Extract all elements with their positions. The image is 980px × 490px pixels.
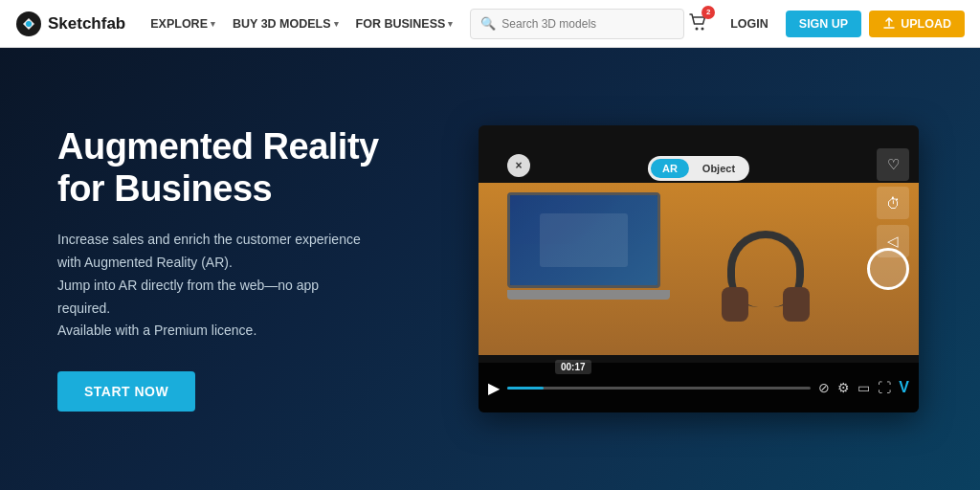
close-button[interactable]: ×	[507, 154, 530, 177]
hero-description: Increase sales and enrich the customer e…	[57, 229, 383, 343]
timestamp: 00:17	[555, 360, 591, 374]
svg-point-2	[696, 27, 699, 30]
login-button[interactable]: LOGIN	[721, 11, 778, 36]
picture-in-picture-icon[interactable]: ▭	[858, 380, 870, 395]
search-bar[interactable]: 🔍	[470, 9, 684, 39]
play-button[interactable]: ▶	[488, 379, 500, 397]
nav-for-business[interactable]: FOR BUSINESS ▾	[348, 11, 461, 36]
cart-button[interactable]: 2	[684, 8, 713, 40]
chevron-down-icon: ▾	[448, 19, 453, 29]
chevron-down-icon: ▾	[334, 19, 339, 29]
upload-button[interactable]: UPLOAD	[869, 11, 965, 37]
nav-links: EXPLORE ▾ BUY 3D MODELS ▾ FOR BUSINESS ▾	[143, 11, 460, 36]
nav-explore[interactable]: EXPLORE ▾	[143, 11, 223, 36]
svg-point-1	[26, 21, 32, 27]
nav-buy-models[interactable]: BUY 3D MODELS ▾	[225, 11, 346, 36]
ar-object-toggle: AR Object	[648, 156, 749, 181]
vimeo-icon[interactable]: V	[899, 379, 909, 396]
settings-icon[interactable]: ⚙	[837, 380, 850, 395]
sketchfab-logo-icon	[15, 11, 42, 37]
control-icons: ⊘ ⚙ ▭ ⛶ V	[818, 379, 909, 396]
object-tab[interactable]: Object	[691, 159, 746, 178]
progress-bar[interactable]	[507, 387, 811, 390]
nav-right: 2 LOGIN SIGN UP UPLOAD	[684, 8, 965, 40]
chevron-down-icon: ▾	[211, 19, 215, 29]
hero-content: Augmented Reality for Business Increase …	[57, 126, 421, 412]
clock-button[interactable]: ⏱	[877, 187, 909, 219]
capture-button[interactable]	[867, 248, 909, 290]
captions-icon[interactable]: ⊘	[818, 380, 830, 395]
start-now-button[interactable]: START NOW	[57, 371, 195, 412]
navbar: Sketchfab EXPLORE ▾ BUY 3D MODELS ▾ FOR …	[0, 0, 980, 48]
svg-point-3	[702, 27, 704, 30]
upload-icon	[882, 17, 896, 31]
video-action-icons: ♡ ⏱ ◁	[877, 148, 909, 257]
video-player[interactable]: × AR Object ♡ ⏱ ◁ ▶ 00:17	[479, 125, 919, 412]
hero-section: Augmented Reality for Business Increase …	[0, 48, 980, 490]
heart-button[interactable]: ♡	[877, 148, 909, 181]
ar-tab[interactable]: AR	[651, 159, 689, 178]
search-icon: 🔍	[480, 16, 496, 31]
search-input[interactable]	[501, 17, 674, 31]
fullscreen-icon[interactable]: ⛶	[878, 380, 891, 395]
brand-name: Sketchfab	[48, 14, 125, 33]
logo[interactable]: Sketchfab	[15, 11, 125, 37]
cart-badge: 2	[702, 6, 715, 19]
video-controls-bar: ▶ 00:17 ⊘ ⚙ ▭ ⛶ V	[479, 363, 919, 412]
signup-button[interactable]: SIGN UP	[786, 11, 861, 37]
hero-title: Augmented Reality for Business	[57, 126, 421, 210]
progress-fill	[507, 387, 544, 390]
